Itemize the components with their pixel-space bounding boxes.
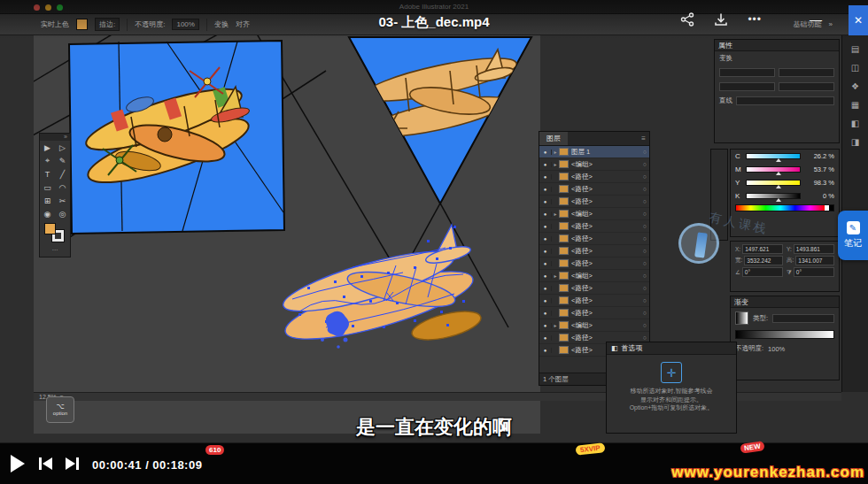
tab-layers[interactable]: 图层 bbox=[539, 132, 568, 145]
panel-icon[interactable]: ❖ bbox=[851, 81, 859, 91]
fill-stroke-swatches[interactable] bbox=[40, 220, 70, 245]
minimize-button[interactable]: — bbox=[810, 12, 822, 27]
magic-wand-tool[interactable]: ⌖ bbox=[40, 154, 55, 167]
panel-icon[interactable]: ◫ bbox=[851, 63, 859, 73]
download-icon[interactable] bbox=[714, 12, 728, 27]
layer-row[interactable]: ● <路径> ○ bbox=[539, 257, 649, 270]
visibility-toggle-icon[interactable]: ● bbox=[539, 224, 552, 229]
target-circle-icon[interactable]: ○ bbox=[643, 297, 647, 303]
paintbrush-tool[interactable]: ◠ bbox=[55, 181, 70, 194]
channel-value[interactable]: 0 % bbox=[804, 192, 834, 200]
h-field[interactable] bbox=[779, 82, 834, 91]
next-button[interactable] bbox=[66, 457, 79, 470]
visibility-toggle-icon[interactable]: ● bbox=[539, 236, 552, 242]
visibility-toggle-icon[interactable]: ● bbox=[539, 150, 552, 155]
channel-value[interactable]: 53.7 % bbox=[804, 165, 834, 173]
channel-slider[interactable] bbox=[746, 180, 801, 186]
layer-row[interactable]: ● <路径> ○ bbox=[539, 307, 649, 319]
x-field[interactable] bbox=[719, 68, 775, 77]
target-circle-icon[interactable]: ○ bbox=[643, 260, 647, 266]
rectangle-tool[interactable]: ▭ bbox=[40, 181, 55, 194]
gradient-type-field[interactable] bbox=[772, 314, 834, 323]
visibility-toggle-icon[interactable]: ● bbox=[539, 249, 552, 254]
visibility-toggle-icon[interactable]: ● bbox=[539, 174, 552, 180]
layer-row[interactable]: ● <路径> ○ bbox=[539, 282, 649, 295]
toolbar-more-icon[interactable]: ⋯ bbox=[40, 245, 70, 257]
visibility-toggle-icon[interactable]: ● bbox=[539, 162, 552, 167]
target-circle-icon[interactable]: ○ bbox=[643, 223, 647, 229]
type-tool[interactable]: T bbox=[40, 167, 55, 181]
visibility-toggle-icon[interactable]: ● bbox=[539, 187, 552, 192]
selection-tool[interactable]: ▶ bbox=[40, 141, 55, 154]
panel-icon[interactable]: ▤ bbox=[851, 44, 859, 54]
layer-row[interactable]: ● ▸ 图层 1 ○ bbox=[539, 146, 649, 158]
visibility-toggle-icon[interactable]: ● bbox=[539, 211, 552, 217]
target-circle-icon[interactable]: ○ bbox=[643, 322, 647, 328]
y-field[interactable] bbox=[779, 68, 834, 77]
w-field[interactable] bbox=[719, 82, 775, 91]
channel-slider[interactable] bbox=[746, 193, 801, 199]
w-value[interactable]: 3532.242 bbox=[744, 256, 783, 265]
gradient-swatch[interactable] bbox=[735, 311, 748, 325]
play-button[interactable] bbox=[11, 455, 25, 472]
target-circle-icon[interactable]: ○ bbox=[643, 273, 647, 279]
visibility-toggle-icon[interactable]: ● bbox=[539, 348, 552, 353]
layer-row[interactable]: ● <路径> ○ bbox=[539, 171, 649, 183]
zoom-tool[interactable]: ◎ bbox=[55, 207, 70, 220]
target-circle-icon[interactable]: ○ bbox=[643, 235, 647, 242]
visibility-toggle-icon[interactable]: ● bbox=[539, 286, 552, 291]
visibility-toggle-icon[interactable]: ● bbox=[539, 335, 552, 341]
panel-icon[interactable]: ◨ bbox=[851, 137, 859, 147]
target-circle-icon[interactable]: ○ bbox=[643, 334, 647, 341]
target-circle-icon[interactable]: ○ bbox=[643, 173, 647, 180]
h-value[interactable]: 1341.007 bbox=[795, 256, 834, 265]
shaper-tool[interactable]: ⊞ bbox=[40, 194, 55, 207]
disclosure-icon[interactable]: ▸ bbox=[552, 211, 559, 217]
angle-value[interactable]: 0° bbox=[742, 267, 783, 277]
channel-value[interactable]: 98.3 % bbox=[804, 179, 834, 187]
target-circle-icon[interactable]: ○ bbox=[643, 161, 647, 167]
fill-swatch[interactable] bbox=[44, 223, 56, 234]
target-circle-icon[interactable]: ○ bbox=[643, 248, 647, 254]
visibility-toggle-icon[interactable]: ● bbox=[539, 311, 552, 316]
target-circle-icon[interactable]: ○ bbox=[643, 198, 647, 204]
visibility-toggle-icon[interactable]: ● bbox=[539, 273, 552, 279]
channel-slider[interactable] bbox=[746, 166, 801, 173]
layer-row[interactable]: ● <路径> ○ bbox=[539, 220, 649, 233]
gradient-opacity-value[interactable]: 100% bbox=[768, 345, 785, 353]
target-circle-icon[interactable]: ○ bbox=[643, 285, 647, 291]
layer-row[interactable]: ● <路径> ○ bbox=[539, 245, 649, 257]
pen-tool[interactable]: ✎ bbox=[55, 154, 70, 167]
channel-slider[interactable] bbox=[746, 153, 801, 159]
layer-row[interactable]: ● ▸ <编组> ○ bbox=[539, 270, 649, 282]
canvas[interactable] bbox=[34, 35, 540, 434]
line-tool[interactable]: ╱ bbox=[55, 167, 70, 181]
panel-icon[interactable]: ◧ bbox=[851, 119, 859, 128]
layer-row[interactable]: ● ▸ <编组> ○ bbox=[539, 319, 649, 332]
disclosure-icon[interactable]: ▸ bbox=[552, 273, 559, 279]
target-circle-icon[interactable]: ○ bbox=[643, 310, 647, 316]
layer-row[interactable]: ● ▸ <编组> ○ bbox=[539, 208, 649, 220]
visibility-toggle-icon[interactable]: ● bbox=[539, 298, 552, 303]
more-options-icon[interactable]: ••• bbox=[748, 13, 762, 26]
gradient-slider[interactable] bbox=[735, 330, 834, 339]
layer-row[interactable]: ● <路径> ○ bbox=[539, 295, 649, 307]
direct-selection-tool[interactable]: ▷ bbox=[55, 141, 70, 154]
target-circle-icon[interactable]: ○ bbox=[643, 211, 647, 217]
layer-row[interactable]: ● <路径> ○ bbox=[539, 183, 649, 196]
visibility-toggle-icon[interactable]: ● bbox=[539, 323, 552, 328]
share-icon[interactable] bbox=[680, 12, 694, 27]
layer-row[interactable]: ● <路径> ○ bbox=[539, 233, 649, 245]
x-value[interactable]: 1497.621 bbox=[742, 244, 783, 254]
panel-menu-icon[interactable]: ≡ bbox=[641, 134, 649, 142]
shear-value[interactable]: 0° bbox=[794, 267, 834, 277]
rotate-tool[interactable]: ◉ bbox=[40, 207, 55, 220]
y-value[interactable]: 1493.861 bbox=[794, 244, 834, 254]
collapse-icon[interactable]: » bbox=[40, 134, 70, 141]
close-button[interactable]: ✕ bbox=[849, 5, 868, 35]
panel-icon[interactable]: ▦ bbox=[851, 100, 859, 110]
visibility-toggle-icon[interactable]: ● bbox=[539, 261, 552, 266]
visibility-toggle-icon[interactable]: ● bbox=[539, 199, 552, 204]
notes-tab-button[interactable]: ✎ 笔记 bbox=[838, 211, 868, 260]
target-circle-icon[interactable]: ○ bbox=[643, 149, 647, 155]
